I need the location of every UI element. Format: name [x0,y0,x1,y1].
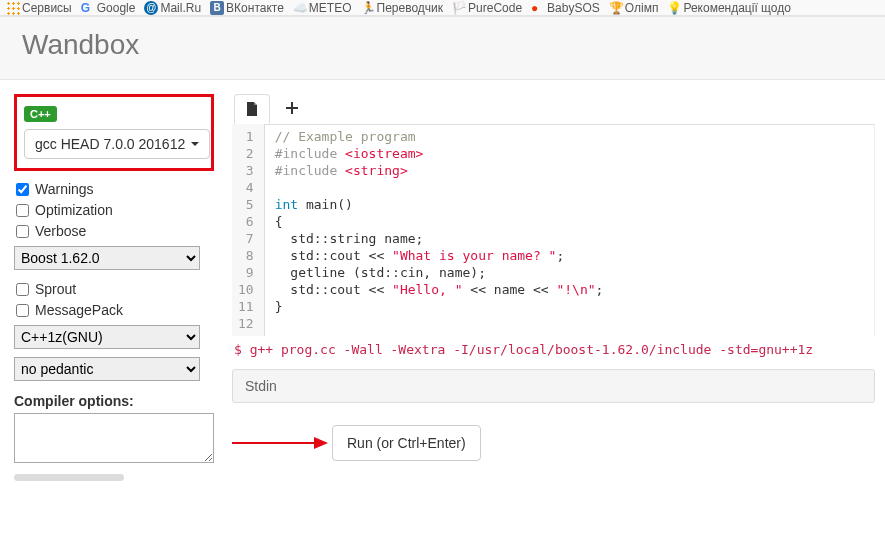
msgpack-checkbox[interactable] [16,304,29,317]
verbose-checkbox[interactable] [16,225,29,238]
plus-icon [285,101,299,115]
code-editor[interactable]: 123456789101112 // Example program #incl… [232,124,875,336]
bookmark-services[interactable]: Сервисы [6,1,72,15]
std-select[interactable]: C++1z(GNU) [14,325,200,349]
sprout-label: Sprout [35,281,76,297]
bookmark-label: Сервисы [22,1,72,15]
compiler-highlight: C++ gcc HEAD 7.0.0 201612 [14,94,214,171]
bookmark-label: Переводчик [377,1,444,15]
editor-column: 123456789101112 // Example program #incl… [232,94,885,461]
compiler-dropdown-label: gcc HEAD 7.0.0 201612 [35,136,185,152]
add-tab-button[interactable] [274,94,310,124]
option-msgpack[interactable]: MessagePack [14,302,214,318]
line-gutter: 123456789101112 [232,124,265,336]
bookmark-vk[interactable]: BВКонтакте [210,1,284,15]
file-icon [246,102,258,116]
compiler-options-label: Compiler options: [14,393,214,409]
language-pill[interactable]: C++ [24,106,57,122]
bookmark-label: METEO [309,1,352,15]
option-sprout[interactable]: Sprout [14,281,214,297]
verbose-label: Verbose [35,223,86,239]
optimization-checkbox[interactable] [16,204,29,217]
option-warnings[interactable]: Warnings [14,181,214,197]
caret-down-icon [191,142,199,146]
bookmarks-bar: СервисыGGoogle@Mail.RuBВКонтакте☁️METEO🏃… [0,0,885,16]
bookmark-label: Рекомендації щодо [683,1,790,15]
stdin-label: Stdin [245,378,277,394]
brand-title: Wandbox [22,29,863,61]
bookmark-olimp[interactable]: 🏆Олімп [609,1,659,15]
code-content[interactable]: // Example program #include <iostream> #… [265,124,874,336]
warnings-label: Warnings [35,181,94,197]
compiler-options-textarea[interactable] [14,413,214,463]
stdin-panel[interactable]: Stdin [232,369,875,403]
bookmark-label: BabySOS [547,1,600,15]
bookmark-label: PureCode [468,1,522,15]
bookmark-mailru[interactable]: @Mail.Ru [144,1,201,15]
optimization-label: Optimization [35,202,113,218]
expand-handle[interactable] [14,474,124,481]
msgpack-label: MessagePack [35,302,123,318]
bookmark-google[interactable]: GGoogle [81,1,136,15]
boost-select[interactable]: Boost 1.62.0 [14,246,200,270]
editor-tabs [232,94,875,125]
sidebar: C++ gcc HEAD 7.0.0 201612 Warnings Optim… [0,94,232,481]
annotation-arrow [232,435,332,451]
tab-file-active[interactable] [234,94,270,124]
pedantic-select[interactable]: no pedantic [14,357,200,381]
bookmark-label: Google [97,1,136,15]
warnings-checkbox[interactable] [16,183,29,196]
compiler-command: $ g++ prog.cc -Wall -Wextra -I/usr/local… [232,336,875,363]
bookmark-label: Олімп [625,1,659,15]
sprout-checkbox[interactable] [16,283,29,296]
compiler-dropdown[interactable]: gcc HEAD 7.0.0 201612 [24,129,210,159]
svg-marker-1 [314,437,328,449]
option-verbose[interactable]: Verbose [14,223,214,239]
bookmark-babysos[interactable]: ●BabySOS [531,1,600,15]
page-header: Wandbox [0,16,885,80]
option-optimization[interactable]: Optimization [14,202,214,218]
bookmark-meteo[interactable]: ☁️METEO [293,1,352,15]
bookmark-label: ВКонтакте [226,1,284,15]
run-button[interactable]: Run (or Ctrl+Enter) [332,425,481,461]
bookmark-transl[interactable]: 🏃Переводчик [361,1,444,15]
bookmark-reco[interactable]: 💡Рекомендації щодо [667,1,790,15]
bookmark-label: Mail.Ru [160,1,201,15]
bookmark-purecode[interactable]: 🏳️PureCode [452,1,522,15]
